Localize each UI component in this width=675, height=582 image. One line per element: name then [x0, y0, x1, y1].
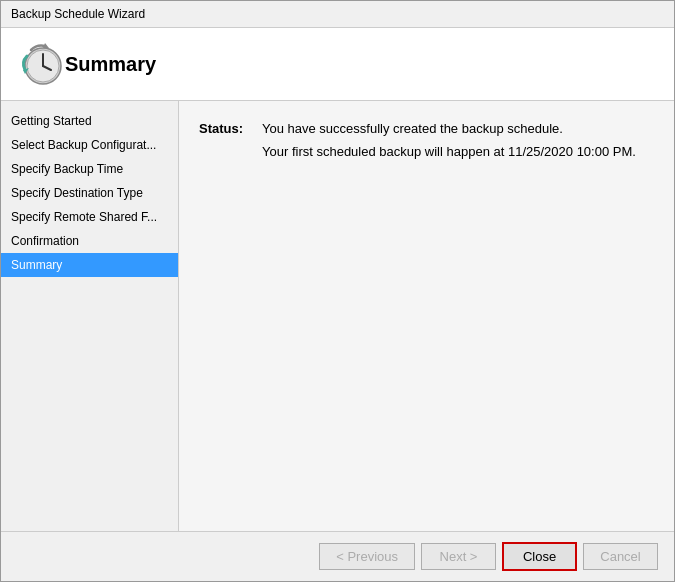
page-title: Summary [65, 53, 156, 76]
status-text: You have successfully created the backup… [262, 121, 563, 136]
sidebar-item-confirmation[interactable]: Confirmation [1, 229, 178, 253]
title-bar: Backup Schedule Wizard [1, 1, 674, 28]
sidebar-item-specify-destination[interactable]: Specify Destination Type [1, 181, 178, 205]
sidebar: Getting Started Select Backup Configurat… [1, 101, 179, 531]
window-title: Backup Schedule Wizard [11, 7, 145, 21]
wizard-window: Backup Schedule Wizard Summary [0, 0, 675, 582]
main-content: Status: You have successfully created th… [179, 101, 674, 531]
status-line: Status: You have successfully created th… [199, 121, 654, 136]
sidebar-item-summary[interactable]: Summary [1, 253, 178, 277]
status-label: Status: [199, 121, 254, 136]
sidebar-item-select-backup[interactable]: Select Backup Configurat... [1, 133, 178, 157]
header-icon [17, 40, 65, 88]
next-button[interactable]: Next > [421, 543, 496, 570]
cancel-button[interactable]: Cancel [583, 543, 658, 570]
schedule-text: Your first scheduled backup will happen … [262, 144, 654, 159]
previous-button[interactable]: < Previous [319, 543, 415, 570]
sidebar-item-getting-started[interactable]: Getting Started [1, 109, 178, 133]
content-area: Getting Started Select Backup Configurat… [1, 101, 674, 531]
sidebar-item-specify-backup-time[interactable]: Specify Backup Time [1, 157, 178, 181]
header-area: Summary [1, 28, 674, 101]
footer: < Previous Next > Close Cancel [1, 531, 674, 581]
sidebar-item-specify-remote[interactable]: Specify Remote Shared F... [1, 205, 178, 229]
close-button[interactable]: Close [502, 542, 577, 571]
